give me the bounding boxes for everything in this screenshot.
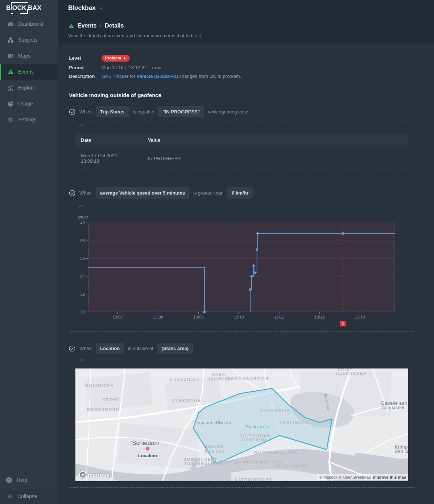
triangle-up-icon: ▲ <box>123 57 126 59</box>
sidebar-item-maps[interactable]: Maps <box>0 48 58 64</box>
double-chevron-left-icon <box>7 493 13 500</box>
sidebar: BOCKBAX Dashboard Subjects Maps Events E… <box>0 0 58 504</box>
main-content: Blockbax Events / Details View the detai… <box>58 0 434 488</box>
svg-text:13:10: 13:10 <box>233 315 244 319</box>
app-logo: BOCKBAX <box>0 0 58 16</box>
sidebar-item-usage[interactable]: Usage <box>0 96 58 112</box>
sidebar-item-explorer[interactable]: Explorer <box>0 80 58 96</box>
warning-triangle-icon <box>8 69 14 75</box>
vehicle-link[interactable]: Vehicle (G-328-PZ) <box>137 74 178 79</box>
column-header-value[interactable]: Value <box>142 133 408 147</box>
condition-value-chip[interactable]: "IN PROGRESS" <box>158 106 204 117</box>
sidebar-item-label: Usage <box>18 101 33 107</box>
svg-text:40: 40 <box>80 221 85 225</box>
condition-row-speed: When average Vehicle speed over 5 minute… <box>69 187 434 199</box>
check-circle-icon <box>69 190 75 196</box>
description-value: GPS Tracker for Vehicle (G-328-PZ) chang… <box>102 74 434 79</box>
svg-text:km/hr: km/hr <box>78 215 88 219</box>
workspace-header: Blockbax <box>58 0 434 16</box>
column-header-date[interactable]: Date <box>75 133 142 147</box>
measurements-table: Date Value Mon 17 Oct 2022, 13:09:18 IN … <box>75 133 408 170</box>
breadcrumb-page: Details <box>105 22 124 29</box>
svg-text:13:12: 13:12 <box>314 315 325 319</box>
event-summary: Level Problem▲ Period Mon 17 Oct, 13:12:… <box>69 55 434 79</box>
svg-text:13:11: 13:11 <box>274 315 284 319</box>
sidebar-collapse-button[interactable]: Collapse <box>0 488 58 504</box>
mapbox-icon <box>79 471 86 478</box>
svg-text:32: 32 <box>80 292 85 296</box>
svg-text:36: 36 <box>80 256 85 261</box>
location-marker-label: Location <box>138 453 157 458</box>
chart-trend-icon <box>8 85 14 91</box>
condition-value-chip[interactable]: (Static area) <box>157 343 193 354</box>
warning-triangle-icon <box>68 23 74 29</box>
sidebar-item-settings[interactable]: Settings <box>0 112 58 128</box>
line-chart: 30323436384013:0713:0813:0913:1013:1113:… <box>69 208 414 331</box>
chevron-down-icon[interactable] <box>99 4 103 12</box>
map-attribution: © Mapbox © OpenStreetMap Improve this ma… <box>317 474 408 480</box>
sidebar-item-label: Maps <box>18 53 30 59</box>
check-circle-icon <box>69 109 75 115</box>
gauge-icon <box>8 21 14 27</box>
table-row[interactable]: Mon 17 Oct 2022, 13:09:18 IN PROGRESS <box>75 147 408 170</box>
speed-chart-panel: 30323436384013:0713:0813:0913:1013:1113:… <box>69 208 414 332</box>
location-marker[interactable] <box>146 447 150 451</box>
condition-subject-chip[interactable]: Location <box>96 343 124 354</box>
breadcrumb-separator: / <box>100 22 101 29</box>
pie-chart-icon <box>8 101 14 107</box>
condition-subject-chip[interactable]: average Vehicle speed over 5 minutes <box>96 187 189 199</box>
map-base-layer <box>75 368 408 481</box>
improve-map-link[interactable]: Improve this map <box>373 475 406 479</box>
page-subtitle: View the details of an event and the mea… <box>68 33 434 38</box>
condition-value-chip[interactable]: 0 km/hr <box>227 187 253 199</box>
help-icon: ? <box>6 477 12 483</box>
sidebar-item-label: Subjects <box>18 37 38 43</box>
sidebar-item-subjects[interactable]: Subjects <box>0 32 58 48</box>
svg-text:13:08: 13:08 <box>153 315 164 319</box>
map-canvas[interactable]: WOUDHOEKKETHELGROENOORDLANDZICHTPARK16HO… <box>75 368 408 481</box>
operator-label: is equal to <box>133 109 154 114</box>
svg-text:13:07: 13:07 <box>112 315 123 319</box>
sidebar-item-label: Dashboard <box>18 21 43 27</box>
description-label: Description <box>69 74 102 79</box>
sidebar-item-help[interactable]: ? Help <box>0 472 58 488</box>
blocks-icon <box>8 37 14 43</box>
svg-text:38: 38 <box>80 238 85 243</box>
event-title: Vehicle moving outside of geofence <box>69 92 434 98</box>
breadcrumb-section[interactable]: Events <box>78 22 96 29</box>
svg-text:13:13: 13:13 <box>355 315 365 319</box>
level-label: Level <box>69 55 102 61</box>
event-details-panel: Level Problem▲ Period Mon 17 Oct, 13:12:… <box>58 43 434 488</box>
svg-text:30: 30 <box>80 310 85 314</box>
logo-frame: OCK <box>11 4 28 12</box>
sidebar-item-dashboard[interactable]: Dashboard <box>0 16 58 32</box>
speed-chart[interactable]: 30323436384013:0713:0813:0913:1013:1113:… <box>69 208 414 331</box>
map-icon <box>8 53 14 59</box>
period-label: Period <box>69 65 102 70</box>
sidebar-item-label: Explorer <box>18 85 37 91</box>
when-label: When <box>79 109 92 114</box>
condition-row-location: When Location is outside of (Static area… <box>69 343 434 354</box>
status-badge[interactable]: Problem▲ <box>102 55 130 62</box>
check-circle-icon <box>69 345 75 352</box>
event-marker-badge[interactable]: 1 <box>340 321 346 326</box>
mapbox-logo[interactable]: mapbox <box>79 471 110 478</box>
workspace-title[interactable]: Blockbax <box>68 4 96 12</box>
operator-label: is outside of <box>128 346 153 351</box>
condition-suffix: while ignoring case <box>208 109 248 114</box>
trip-status-measurements-panel: Date Value Mon 17 Oct 2022, 13:09:18 IN … <box>69 127 414 176</box>
period-value: Mon 17 Oct, 13:12:32 – now <box>102 65 434 70</box>
cell-value: IN PROGRESS <box>142 147 408 170</box>
gear-icon <box>8 117 14 123</box>
gps-tracker-link[interactable]: GPS Tracker <box>102 74 128 79</box>
sidebar-item-label: Settings <box>18 117 37 122</box>
when-label: When <box>79 190 92 196</box>
geofence-map-panel: WOUDHOEKKETHELGROENOORDLANDZICHTPARK16HO… <box>69 362 414 488</box>
logo-text: B <box>6 4 11 12</box>
sidebar-item-events[interactable]: Events <box>0 64 58 80</box>
svg-text:?: ? <box>8 478 10 482</box>
sidebar-nav: Dashboard Subjects Maps Events Explorer … <box>0 16 58 128</box>
attribution-text[interactable]: © Mapbox © OpenStreetMap <box>319 475 371 479</box>
condition-subject-chip[interactable]: Trip Status <box>96 106 129 117</box>
sidebar-item-label: Events <box>18 69 34 75</box>
